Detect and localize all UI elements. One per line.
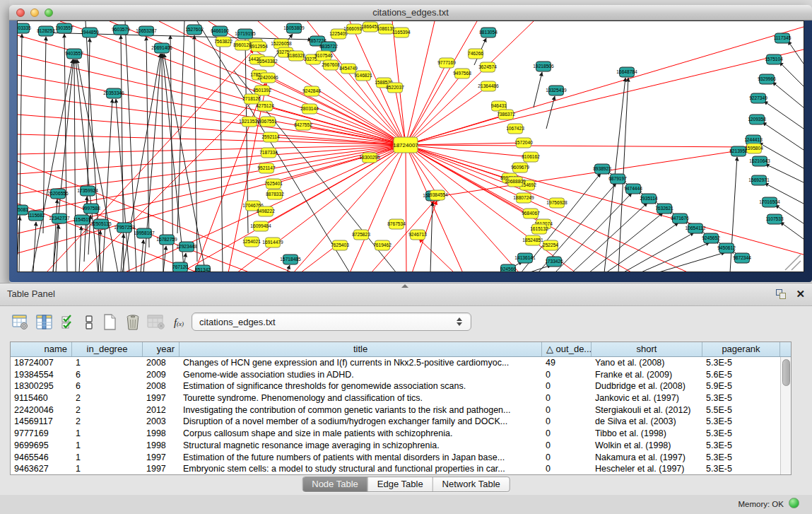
table-cell[interactable]: Tibbo et al. (1998) <box>592 428 702 440</box>
table-cell[interactable]: Jankovic et al. (1997) <box>592 392 702 404</box>
yellow-node[interactable]: 16099484 <box>250 221 271 231</box>
table-cell[interactable]: Wolkin et al. (1998) <box>592 440 702 452</box>
table-row[interactable]: 911546021997Tourette syndrome. Phenomeno… <box>11 392 780 404</box>
teal-node[interactable]: 2935114 <box>640 194 658 204</box>
table-settings-icon[interactable] <box>11 313 30 332</box>
table-row[interactable]: 1872400712008Changes of HCN gene express… <box>11 357 780 369</box>
table-cell[interactable]: 5.3E-5 <box>702 428 780 440</box>
yellow-node[interactable]: 1165394 <box>392 28 411 37</box>
column-header-short[interactable]: short <box>592 342 702 356</box>
teal-node[interactable]: 9997588 <box>82 204 100 214</box>
zoom-window-button[interactable] <box>45 8 53 17</box>
yellow-node[interactable]: 7386372 <box>497 110 515 119</box>
table-cell[interactable]: 2008 <box>143 380 180 392</box>
yellow-node[interactable]: 8498222 <box>257 206 275 216</box>
yellow-node[interactable]: 9684067 <box>522 209 540 218</box>
table-cell[interactable]: Disruption of a novel member of a sodium… <box>180 416 542 428</box>
table-row[interactable]: 946362711997Embryonic stem cells: a mode… <box>11 463 780 474</box>
teal-node[interactable]: 26206556 <box>47 189 69 199</box>
table-cell[interactable]: Dudbridge et al. (2008) <box>592 380 702 392</box>
table-row[interactable]: 2242004622012Investigating the contribut… <box>11 404 780 416</box>
tab-network-table[interactable]: Network Table <box>433 477 510 491</box>
teal-node[interactable]: 924566 <box>500 264 516 272</box>
black-edge[interactable] <box>765 164 804 182</box>
black-edge[interactable] <box>102 99 112 272</box>
red-edge[interactable] <box>18 134 406 145</box>
teal-node[interactable]: 1903335 <box>18 23 31 33</box>
red-edge[interactable] <box>18 95 406 145</box>
black-edge[interactable] <box>74 59 76 272</box>
table-cell[interactable]: 1997 <box>143 452 180 464</box>
red-edge[interactable] <box>18 75 406 145</box>
table-cell[interactable]: 5.9E-5 <box>702 380 780 392</box>
table-cell[interactable]: Estimation of significance thresholds fo… <box>180 380 542 392</box>
yellow-node[interactable]: 7625403 <box>331 240 349 250</box>
vertical-scrollbar[interactable] <box>780 357 791 474</box>
yellow-node[interactable]: 1595804 <box>745 144 763 153</box>
teal-node[interactable]: 1115682 <box>28 211 45 221</box>
black-edge[interactable] <box>76 59 98 272</box>
black-edge[interactable] <box>589 213 663 272</box>
teal-node[interactable]: 1107533 <box>765 214 784 224</box>
yellow-node[interactable]: 19384554 <box>427 190 448 200</box>
scrollbar-thumb[interactable] <box>782 359 790 386</box>
yellow-node[interactable]: 9777169 <box>437 58 456 68</box>
table-cell[interactable]: 19384554 <box>11 369 72 381</box>
black-edge[interactable] <box>779 62 804 86</box>
black-edge[interactable] <box>19 34 22 272</box>
table-cell[interactable]: 5.5E-5 <box>702 404 780 416</box>
table-cell[interactable]: Hescheler et al. (1997) <box>592 463 702 474</box>
table-row[interactable]: 1830029562008Estimation of significance … <box>11 380 780 392</box>
teal-node[interactable]: 9403557 <box>65 49 83 59</box>
teal-node[interactable]: 9245652 <box>702 233 720 243</box>
table-cell[interactable]: 1998 <box>143 440 180 452</box>
table-cell[interactable]: 5.3E-5 <box>702 463 780 474</box>
yellow-node[interactable]: 1572040 <box>514 138 533 148</box>
yellow-node[interactable]: 746266 <box>468 49 483 59</box>
table-cell[interactable]: Nakamura et al. (1997) <box>592 452 702 464</box>
yellow-node[interactable]: 18524851 <box>522 235 543 245</box>
table-cell[interactable]: 9777169 <box>11 428 72 440</box>
yellow-node[interactable]: 2592114 <box>261 132 280 142</box>
red-edge[interactable] <box>406 143 524 145</box>
table-cell[interactable]: 6 <box>72 369 143 381</box>
teal-node[interactable]: 1575104 <box>765 54 783 64</box>
table-cell[interactable]: Estimation of the future numbers of pati… <box>180 452 542 464</box>
table-cell[interactable]: 2008 <box>143 357 180 369</box>
yellow-node[interactable]: 16543382 <box>257 57 278 66</box>
red-edge[interactable] <box>312 91 406 145</box>
black-edge[interactable] <box>79 226 81 272</box>
red-edge[interactable] <box>18 145 406 253</box>
teal-node[interactable]: 7632621 <box>655 204 673 214</box>
yellow-node[interactable]: 9367551 <box>259 117 277 127</box>
table-cell[interactable]: 0 <box>542 416 592 428</box>
yellow-node[interactable]: 8878332 <box>266 189 284 199</box>
black-edge[interactable] <box>546 96 555 129</box>
table-cell[interactable]: 2 <box>72 416 143 428</box>
table-cell[interactable]: Changes of HCN gene expression and I(f) … <box>180 357 542 369</box>
table-cell[interactable]: 18300295 <box>11 380 72 392</box>
yellow-node[interactable]: 18300295 <box>359 153 380 163</box>
row-height-icon[interactable] <box>80 313 98 332</box>
teal-node[interactable]: 10653287 <box>136 26 157 36</box>
minimize-window-button[interactable] <box>30 8 39 17</box>
table-row[interactable]: 1938455462009Genome-wide association stu… <box>11 369 780 381</box>
yellow-node[interactable]: 8106162 <box>522 152 540 162</box>
yellow-node[interactable]: 2967608 <box>322 60 340 70</box>
teal-node[interactable]: 1733426 <box>545 257 563 267</box>
table-row[interactable]: 977716911998Corpus callosum shape and si… <box>11 428 780 440</box>
teal-node[interactable]: 14136141 <box>514 253 536 263</box>
table-cell[interactable]: Genome-wide association studies in ADHD. <box>180 369 542 381</box>
teal-node[interactable]: 20353346 <box>103 88 124 98</box>
yellow-node[interactable]: 21364486 <box>478 81 499 91</box>
black-edge[interactable] <box>430 202 433 272</box>
teal-node[interactable]: 8938923 <box>593 164 611 174</box>
black-edge[interactable] <box>534 72 542 107</box>
red-edge[interactable] <box>406 145 689 272</box>
teal-node[interactable]: 8471676 <box>671 214 689 223</box>
teal-node[interactable]: 1903557 <box>55 23 73 33</box>
teal-node[interactable]: 10719195 <box>235 29 256 39</box>
teal-node[interactable]: 10654112 <box>686 223 706 233</box>
black-edge[interactable] <box>220 37 223 272</box>
column-header-year[interactable]: year <box>143 342 180 356</box>
